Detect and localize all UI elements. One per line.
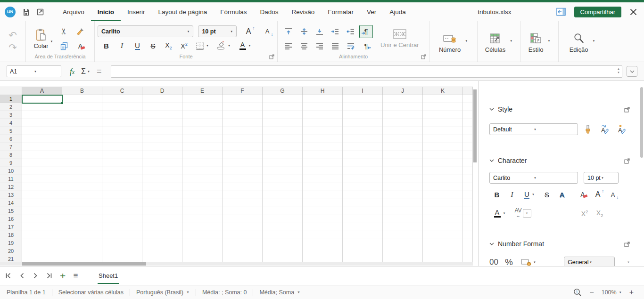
cell[interactable] — [343, 231, 383, 239]
cell[interactable] — [303, 247, 343, 255]
horizontal-scrollbar-track[interactable] — [0, 262, 473, 266]
row-header-19[interactable]: 19 — [0, 239, 22, 247]
cell[interactable] — [102, 215, 142, 223]
column-header-C[interactable]: C — [102, 87, 142, 95]
cell[interactable] — [383, 159, 423, 167]
cell[interactable] — [102, 111, 142, 119]
character-spacing-control[interactable]: AV↔ ▼ — [510, 207, 536, 219]
cell[interactable] — [343, 127, 383, 135]
cell[interactable] — [303, 95, 343, 103]
cell[interactable] — [463, 95, 473, 103]
cell[interactable] — [102, 135, 142, 143]
cell[interactable] — [383, 175, 423, 183]
sidebar-increase-font-button[interactable]: A↑ — [590, 188, 605, 201]
cell[interactable] — [423, 247, 463, 255]
row-header-20[interactable]: 20 — [0, 247, 22, 255]
cell[interactable] — [383, 143, 423, 151]
cell[interactable] — [102, 175, 142, 183]
sidebar-bold-button[interactable]: B — [489, 188, 504, 201]
cell[interactable] — [62, 135, 102, 143]
cell[interactable] — [182, 151, 223, 159]
text-direction-rtl-button[interactable]: ¶ — [364, 42, 368, 49]
cell[interactable] — [263, 159, 303, 167]
cell[interactable] — [62, 199, 102, 207]
apply-style-button[interactable] — [584, 125, 592, 134]
cell[interactable] — [22, 199, 62, 207]
character-section-header[interactable]: Character — [489, 157, 630, 164]
thousands-format-button[interactable]: 00 — [489, 258, 498, 266]
cell[interactable] — [102, 159, 142, 167]
cell[interactable] — [263, 215, 303, 223]
external-link-button[interactable] — [37, 8, 44, 16]
cell[interactable] — [423, 159, 463, 167]
cell[interactable] — [62, 103, 102, 111]
status-item-planilha-1-de-1[interactable]: Planilha 1 de 1 — [7, 289, 46, 296]
cell[interactable] — [223, 119, 263, 127]
cell[interactable] — [142, 191, 182, 199]
cell[interactable] — [22, 183, 62, 191]
sidebar-decrease-font-button[interactable]: A↓ — [605, 188, 620, 201]
bold-button[interactable]: B — [99, 40, 114, 52]
sidebar-shadow-button[interactable]: A — [554, 188, 570, 201]
character-spacing-dropdown[interactable]: ▼ — [523, 209, 531, 218]
cell[interactable] — [62, 111, 102, 119]
cell[interactable] — [383, 95, 423, 103]
cell[interactable] — [463, 167, 473, 175]
cell[interactable] — [22, 223, 62, 231]
cell[interactable] — [343, 239, 383, 247]
cell[interactable] — [62, 183, 102, 191]
cell[interactable] — [303, 111, 343, 119]
cell[interactable] — [22, 247, 62, 255]
cell[interactable] — [22, 103, 62, 111]
cell[interactable] — [263, 127, 303, 135]
cell[interactable] — [463, 199, 473, 207]
cell[interactable] — [463, 215, 473, 223]
status-item-portugues-(brasil)[interactable]: Português (Brasil)▼ — [136, 289, 190, 296]
cell[interactable] — [22, 207, 62, 215]
cell[interactable] — [223, 215, 263, 223]
cell[interactable] — [62, 247, 102, 255]
subscript-button[interactable]: X2 — [161, 40, 176, 52]
cell[interactable] — [182, 239, 223, 247]
cell[interactable] — [142, 239, 182, 247]
menu-tab-inserir[interactable]: Inserir — [121, 2, 152, 21]
cell[interactable] — [383, 215, 423, 223]
toggle-panel-button[interactable] — [556, 8, 566, 16]
cell[interactable] — [62, 223, 102, 231]
cell[interactable] — [62, 239, 102, 247]
cell[interactable] — [182, 215, 223, 223]
column-header-H[interactable]: H — [303, 87, 343, 95]
cell[interactable] — [463, 223, 473, 231]
cell[interactable] — [463, 183, 473, 191]
superscript-button[interactable]: X2 — [176, 40, 192, 52]
text-direction-ltr-toggle[interactable]: ¶ — [359, 25, 373, 38]
column-header-F[interactable]: F — [223, 87, 263, 95]
cell[interactable] — [463, 119, 473, 127]
column-header-I[interactable]: I — [343, 87, 383, 95]
cell[interactable] — [22, 143, 62, 151]
cell-style-button[interactable]: ≠ Estilo ▼ — [528, 32, 551, 53]
cell[interactable] — [22, 231, 62, 239]
new-style-button[interactable]: A — [615, 124, 626, 135]
zoom-out-button[interactable]: − — [589, 289, 594, 296]
cell[interactable] — [22, 151, 62, 159]
cell[interactable] — [263, 103, 303, 111]
cell[interactable] — [22, 167, 62, 175]
cell[interactable] — [383, 207, 423, 215]
cell[interactable] — [303, 103, 343, 111]
cell[interactable] — [383, 223, 423, 231]
cell[interactable] — [62, 159, 102, 167]
cell[interactable] — [223, 199, 263, 207]
menu-tab-formatar[interactable]: Formatar — [321, 2, 360, 21]
number-format-section-header[interactable]: Number Format — [489, 240, 630, 248]
number-format-section-expand-icon[interactable] — [624, 242, 630, 247]
cell[interactable] — [463, 111, 473, 119]
cell[interactable] — [263, 191, 303, 199]
cell[interactable] — [102, 143, 142, 151]
cell[interactable] — [303, 119, 343, 127]
number-format-button[interactable]: Número ▼ — [439, 32, 468, 53]
cell[interactable] — [463, 127, 473, 135]
font-group-expand-icon[interactable] — [269, 54, 274, 59]
style-section-header[interactable]: Style — [489, 105, 630, 113]
cell[interactable] — [182, 111, 223, 119]
